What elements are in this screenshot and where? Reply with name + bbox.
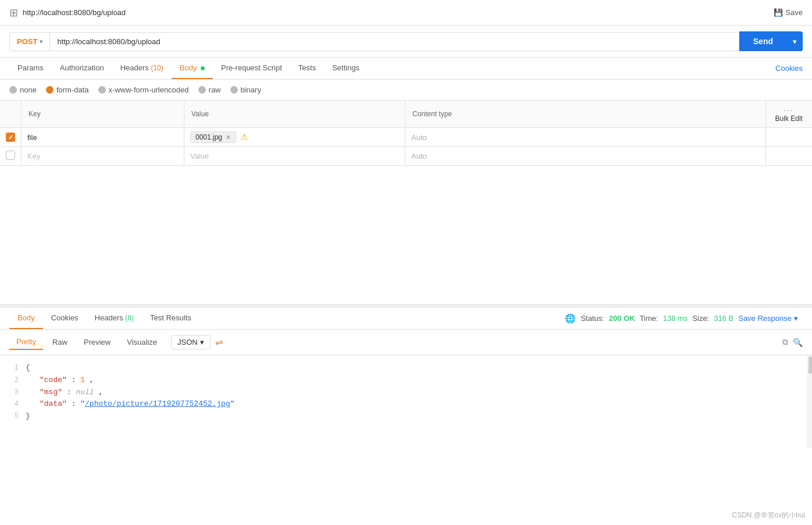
tab-params[interactable]: Params — [9, 58, 52, 79]
row1-value-cell[interactable]: 0001.jpg ✕ ⚠ — [184, 128, 405, 147]
table-row-empty: Key Value Auto — [0, 147, 812, 166]
table-row: ✓ file 0001.jpg ✕ ⚠ Auto — [0, 128, 812, 147]
save-button[interactable]: 💾 Save — [774, 8, 803, 17]
row1-key-cell[interactable]: file — [22, 128, 184, 147]
tab-headers[interactable]: Headers (10) — [112, 58, 172, 79]
response-tab-testresults[interactable]: Test Results — [142, 308, 200, 329]
url-input[interactable] — [49, 32, 739, 51]
send-button-group: Send ▾ — [739, 31, 803, 51]
send-button[interactable]: Send — [739, 31, 787, 51]
body-options: none form-data x-www-form-urlencoded raw… — [0, 80, 812, 101]
col-content-header: Content type — [405, 101, 766, 128]
format-arrow: ▾ — [200, 338, 204, 347]
url-bar: POST ▾ Send ▾ — [0, 26, 812, 58]
row1-checkbox[interactable]: ✓ — [6, 133, 15, 142]
radio-form-circle — [46, 86, 54, 94]
request-tabs-bar: Params Authorization Headers (10) Body P… — [0, 58, 812, 80]
tab-tests[interactable]: Tests — [290, 58, 324, 79]
form-table-container: Key Value Content type ··· Bulk Edit — [0, 101, 812, 166]
time-value: 138 ms — [663, 314, 688, 323]
empty-value-cell[interactable]: Value — [184, 147, 405, 166]
response-tab-cookies[interactable]: Cookies — [43, 308, 87, 329]
radio-raw[interactable]: raw — [198, 85, 221, 94]
search-button[interactable]: 🔍 — [793, 338, 803, 347]
file-tag: 0001.jpg ✕ — [190, 131, 236, 143]
method-label: POST — [17, 37, 37, 46]
top-bar-url: http://localhost:8080/bg/upload — [23, 8, 126, 17]
watermark: CSDN @辛苦cv的小hui — [732, 510, 805, 520]
radio-raw-circle — [198, 86, 206, 94]
size-value: 316 B — [714, 314, 733, 323]
empty-key-cell[interactable]: Key — [22, 147, 184, 166]
json-line-5: 5 } — [0, 410, 812, 423]
cookies-link[interactable]: Cookies — [775, 58, 803, 78]
row1-check-cell: ✓ — [0, 128, 22, 147]
status-value: 200 OK — [609, 314, 635, 323]
response-tabs-bar: Body Cookies Headers (8) Test Results 🌐 … — [0, 308, 812, 330]
empty-actions-cell — [765, 147, 812, 166]
response-tab-body[interactable]: Body — [9, 308, 43, 329]
view-raw-button[interactable]: Raw — [45, 335, 74, 349]
radio-none[interactable]: none — [9, 85, 37, 94]
view-preview-button[interactable]: Preview — [77, 335, 117, 349]
tab-authorization[interactable]: Authorization — [52, 58, 112, 79]
method-select[interactable]: POST ▾ — [9, 32, 49, 51]
json-line-3: 3 "msg" : null , — [0, 387, 812, 399]
radio-urlencoded[interactable]: x-www-form-urlencoded — [98, 85, 189, 94]
col-actions-header: ··· Bulk Edit — [765, 101, 812, 128]
file-tag-close[interactable]: ✕ — [226, 134, 231, 141]
top-bar-left: ⊞ http://localhost:8080/bg/upload — [9, 6, 126, 19]
radio-url-circle — [98, 86, 106, 94]
row1-content-cell[interactable]: Auto — [405, 128, 766, 147]
more-icon[interactable]: ··· — [783, 105, 794, 115]
empty-checkbox[interactable] — [6, 151, 15, 160]
empty-check-cell — [0, 147, 22, 166]
send-dropdown-button[interactable]: ▾ — [787, 32, 803, 51]
request-area: Key Value Content type ··· Bulk Edit — [0, 101, 812, 304]
col-check-header — [0, 101, 22, 128]
view-visualize-button[interactable]: Visualize — [120, 335, 164, 349]
globe-icon: 🌐 — [565, 313, 576, 324]
scrollbar[interactable] — [807, 355, 812, 448]
json-viewer[interactable]: 1 { 2 "code" : 1 , 3 "msg" : null , 4 — [0, 355, 812, 448]
json-line-2: 2 "code" : 1 , — [0, 374, 812, 387]
tab-prerequest[interactable]: Pre-request Script — [213, 58, 290, 79]
col-key-header: Key — [22, 101, 184, 128]
col-value-header: Value — [184, 101, 405, 128]
save-response-button[interactable]: Save Response ▾ — [738, 314, 798, 323]
format-select[interactable]: JSON ▾ — [171, 335, 211, 349]
json-line-1: 1 { — [0, 362, 812, 374]
radio-none-circle — [9, 86, 17, 94]
data-link[interactable]: /photo/picture/1719207752452.jpg — [85, 399, 230, 408]
radio-form-data[interactable]: form-data — [46, 85, 89, 94]
response-toolbar: Pretty Raw Preview Visualize JSON ▾ ⇌ ⧉ … — [0, 330, 812, 355]
tab-body[interactable]: Body — [172, 58, 213, 79]
app-icon: ⊞ — [9, 6, 18, 19]
row1-actions-cell — [765, 128, 812, 147]
radio-binary-circle — [230, 86, 238, 94]
empty-content-cell[interactable]: Auto — [405, 147, 766, 166]
method-arrow: ▾ — [40, 38, 42, 45]
wrap-button[interactable]: ⇌ — [215, 337, 223, 348]
response-meta: 🌐 Status: 200 OK Time: 138 ms Size: 316 … — [560, 313, 803, 324]
bulk-edit-button[interactable]: Bulk Edit — [775, 115, 803, 123]
json-line-4: 4 "data" : "/photo/picture/1719207752452… — [0, 398, 812, 410]
copy-button[interactable]: ⧉ — [782, 337, 788, 347]
form-table: Key Value Content type ··· Bulk Edit — [0, 101, 812, 166]
save-icon: 💾 — [774, 8, 783, 17]
response-section: Body Cookies Headers (8) Test Results 🌐 … — [0, 308, 812, 448]
scrollbar-thumb — [809, 356, 812, 374]
response-tab-headers[interactable]: Headers (8) — [87, 308, 142, 329]
warning-icon: ⚠ — [241, 132, 248, 141]
radio-binary[interactable]: binary — [230, 85, 261, 94]
top-bar: ⊞ http://localhost:8080/bg/upload 💾 Save — [0, 0, 812, 26]
tab-settings[interactable]: Settings — [324, 58, 368, 79]
view-pretty-button[interactable]: Pretty — [9, 334, 43, 350]
